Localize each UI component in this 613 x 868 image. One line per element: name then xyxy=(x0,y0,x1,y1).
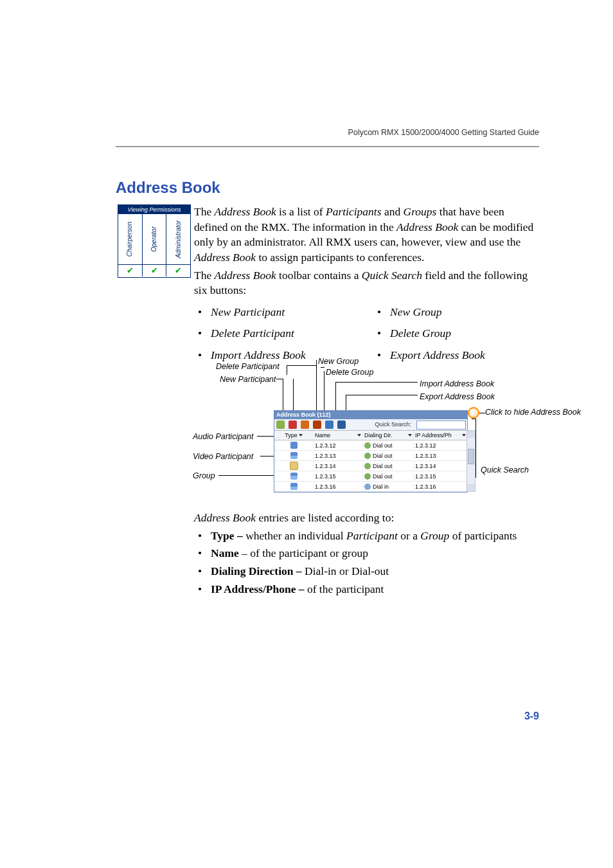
chevron-down-icon[interactable] xyxy=(357,434,361,437)
scroll-thumb[interactable] xyxy=(468,449,474,464)
chevron-down-icon[interactable] xyxy=(408,434,412,437)
panel-toolbar: Quick Search: xyxy=(274,419,467,431)
video-participant-icon xyxy=(290,483,298,490)
cell-name: 1.2.3.12 xyxy=(314,442,363,449)
cell-dialing-direction: Dial out xyxy=(363,442,414,449)
chevron-down-icon[interactable] xyxy=(299,434,303,437)
body-column: The Address Book is a list of Participan… xyxy=(194,204,539,370)
entries-description: Address Book entries are listed accordin… xyxy=(194,511,539,599)
export-address-book-icon[interactable] xyxy=(337,420,346,429)
panel-title: Address Book (112) xyxy=(274,411,467,419)
cell-ip-address: 1.2.3.15 xyxy=(414,473,467,480)
list-item: Delete Group xyxy=(389,326,539,341)
callout-delete-participant: Delete Participant xyxy=(216,361,280,372)
perm-role-chairperson: Chairperson xyxy=(126,222,135,257)
cell-ip-address: 1.2.3.13 xyxy=(414,452,467,460)
check-icon: ✔ xyxy=(118,265,143,276)
new-participant-icon[interactable] xyxy=(276,420,285,429)
intro-paragraph: The Address Book is a list of Participan… xyxy=(194,204,539,266)
page-number: 3-9 xyxy=(524,709,539,723)
group-participant-icon xyxy=(290,462,298,470)
list-item: Dialing Direction – Dial-in or Dial-out xyxy=(209,564,539,579)
cell-name: 1.2.3.14 xyxy=(314,462,363,470)
callout-import: Import Address Book xyxy=(420,379,494,390)
table-row[interactable]: 1.2.3.12Dial out1.2.3.12 xyxy=(274,440,467,451)
quick-search-label: Quick Search: xyxy=(375,420,413,428)
callout-quick-search: Quick Search xyxy=(481,466,516,475)
dial-direction-icon xyxy=(364,473,371,480)
cell-dialing-direction: Dial out xyxy=(363,452,414,460)
list-item: Type – whether an individual Participant… xyxy=(209,529,539,544)
table-header: Type Name Dialing Dir. IP Address/Ph xyxy=(274,431,467,440)
audio-participant-icon xyxy=(290,442,298,449)
cell-ip-address: 1.2.3.16 xyxy=(414,483,467,491)
callout-new-group: New Group xyxy=(318,356,359,367)
pin-icon xyxy=(468,407,479,419)
dial-direction-icon xyxy=(364,453,371,459)
list-item: Name – of the participant or group xyxy=(209,546,539,561)
check-icon: ✔ xyxy=(166,265,190,276)
table-row[interactable]: 1.2.3.14Dial out1.2.3.14 xyxy=(274,461,467,471)
callout-delete-group: Delete Group xyxy=(326,367,373,378)
table-row[interactable]: 1.2.3.16Dial in1.2.3.16 xyxy=(274,482,467,492)
cell-ip-address: 1.2.3.12 xyxy=(414,442,467,449)
scroll-up-icon[interactable] xyxy=(467,431,475,438)
callout-audio-participant: Audio Participant xyxy=(193,431,254,442)
import-address-book-icon[interactable] xyxy=(325,420,333,429)
cell-dialing-direction: Dial in xyxy=(363,483,414,491)
list-item: IP Address/Phone – of the participant xyxy=(209,582,539,597)
callout-video-participant: Video Participant xyxy=(193,451,253,462)
check-icon: ✔ xyxy=(143,265,167,276)
cell-dialing-direction: Dial out xyxy=(363,462,414,470)
delete-participant-icon[interactable] xyxy=(289,420,297,429)
list-item: Delete Participant xyxy=(209,326,373,341)
scrollbar[interactable] xyxy=(466,430,475,492)
chevron-down-icon[interactable] xyxy=(462,434,466,437)
callout-export: Export Address Book xyxy=(420,392,495,402)
cell-name: 1.2.3.15 xyxy=(314,473,363,480)
address-book-panel: Address Book (112) Quick Search: Type Na… xyxy=(274,410,468,493)
doc-header: Polycom RMX 1500/2000/4000 Getting Start… xyxy=(348,127,539,138)
callout-group: Group xyxy=(193,471,215,482)
scroll-down-icon[interactable] xyxy=(467,484,475,491)
video-participant-icon xyxy=(290,452,298,459)
cell-name: 1.2.3.13 xyxy=(314,452,363,460)
new-group-icon[interactable] xyxy=(301,420,309,429)
perm-role-administrator: Administrator xyxy=(174,221,183,258)
dial-direction-icon xyxy=(364,463,371,469)
callout-click-to-hide: Click to hide Address Book xyxy=(485,408,520,417)
callout-new-participant: New Participant xyxy=(220,374,276,385)
video-participant-icon xyxy=(290,473,298,480)
delete-group-icon[interactable] xyxy=(313,420,321,429)
dial-direction-icon xyxy=(364,442,371,449)
toolbar-paragraph: The Address Book toolbar contains a Quic… xyxy=(194,268,539,298)
cell-ip-address: 1.2.3.14 xyxy=(414,462,467,470)
viewing-permissions-table: Viewing Permissions Chairperson Operator… xyxy=(118,204,191,278)
header-rule xyxy=(116,146,539,147)
list-item: New Participant xyxy=(209,305,373,320)
perm-caption: Viewing Permissions xyxy=(118,205,190,214)
list-item: New Group xyxy=(389,305,539,320)
cell-dialing-direction: Dial out xyxy=(363,473,414,480)
quick-search-input[interactable] xyxy=(416,420,466,429)
table-row[interactable]: 1.2.3.15Dial out1.2.3.15 xyxy=(274,471,467,482)
address-book-figure: New Group Delete Group Delete Participan… xyxy=(193,356,543,509)
cell-name: 1.2.3.16 xyxy=(314,483,363,491)
perm-role-operator: Operator xyxy=(150,226,159,251)
table-row[interactable]: 1.2.3.13Dial out1.2.3.13 xyxy=(274,451,467,461)
dial-direction-icon xyxy=(364,484,371,490)
section-title: Address Book xyxy=(116,177,220,198)
